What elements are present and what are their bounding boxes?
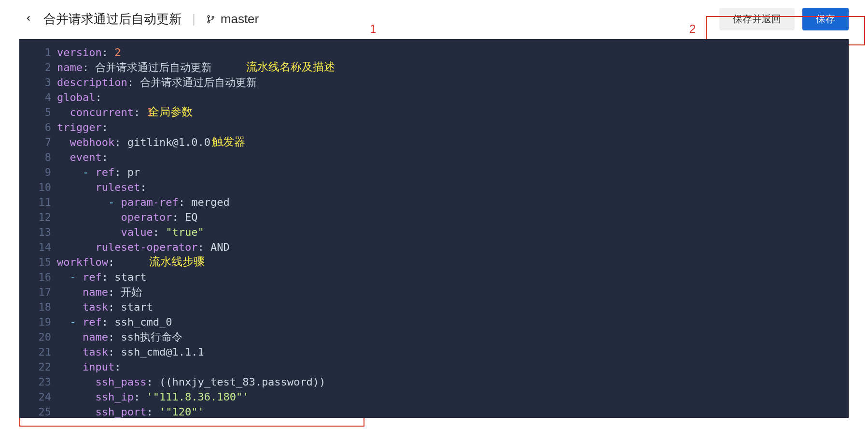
svg-point-0 bbox=[208, 15, 210, 17]
callout-1: 1 bbox=[370, 22, 376, 36]
code-line: 23 ssh_pass: ((hnxjy_test_83.password)) bbox=[19, 374, 849, 389]
annotation-trigger: 触发器 bbox=[212, 134, 245, 149]
branch-name: master bbox=[221, 12, 259, 27]
header-bar: 合并请求通过后自动更新 | master 保存并返回 保存 bbox=[0, 0, 868, 39]
line-number: 19 bbox=[19, 315, 57, 329]
line-number: 11 bbox=[19, 195, 57, 210]
line-number: 1 bbox=[19, 45, 57, 60]
code-line: 16 - ref: start bbox=[19, 270, 849, 285]
line-number: 24 bbox=[19, 389, 57, 404]
code-line: 10 ruleset: bbox=[19, 180, 849, 195]
yaml-editor[interactable]: 流水线名称及描述 全局参数 触发器 流水线步骤 1version: 2 2nam… bbox=[19, 39, 849, 418]
line-number: 6 bbox=[19, 120, 57, 135]
line-number: 21 bbox=[19, 344, 57, 359]
save-and-return-button[interactable]: 保存并返回 bbox=[719, 8, 795, 30]
line-number: 22 bbox=[19, 359, 57, 374]
header-left: 合并请求通过后自动更新 | master bbox=[24, 11, 259, 28]
code-line: 13 value: "true" bbox=[19, 225, 849, 240]
line-number: 14 bbox=[19, 240, 57, 255]
git-branch-icon bbox=[206, 14, 216, 24]
line-number: 16 bbox=[19, 270, 57, 285]
code-line: 21 task: ssh_cmd@1.1.1 bbox=[19, 344, 849, 359]
code-line: 11 - param-ref: merged bbox=[19, 195, 849, 210]
line-number: 3 bbox=[19, 75, 57, 90]
callout-2: 2 bbox=[689, 22, 696, 36]
line-number: 13 bbox=[19, 225, 57, 240]
line-number: 2 bbox=[19, 60, 57, 75]
code-line: 9 - ref: pr bbox=[19, 165, 849, 180]
code-line: 1version: 2 bbox=[19, 45, 849, 60]
line-number: 5 bbox=[19, 105, 57, 120]
line-number: 20 bbox=[19, 329, 57, 344]
line-number: 9 bbox=[19, 165, 57, 180]
line-number: 18 bbox=[19, 300, 57, 315]
line-number: 15 bbox=[19, 255, 57, 270]
code-line: 19 - ref: ssh_cmd_0 bbox=[19, 315, 849, 329]
code-line: 3description: 合并请求通过后自动更新 bbox=[19, 75, 849, 90]
code-line: 4global: bbox=[19, 90, 849, 105]
code-line: 2name: 合并请求通过后自动更新 bbox=[19, 60, 849, 75]
save-button[interactable]: 保存 bbox=[802, 8, 849, 30]
title-divider: | bbox=[192, 12, 196, 27]
line-number: 25 bbox=[19, 404, 57, 418]
annotation-name-desc: 流水线名称及描述 bbox=[246, 59, 335, 74]
back-icon[interactable] bbox=[24, 14, 33, 25]
code-line: 18 task: start bbox=[19, 300, 849, 315]
code-line: 6trigger: bbox=[19, 120, 849, 135]
code-line: 17 name: 开始 bbox=[19, 285, 849, 300]
annotation-global-params: 全局参数 bbox=[148, 104, 193, 119]
code-line: 12 operator: EQ bbox=[19, 210, 849, 225]
branch-indicator[interactable]: master bbox=[206, 12, 259, 27]
code-line: 7 webhook: gitlink@1.0.0 bbox=[19, 135, 849, 150]
code-line: 15workflow: bbox=[19, 255, 849, 270]
svg-point-1 bbox=[208, 21, 210, 23]
line-number: 17 bbox=[19, 285, 57, 300]
code-line: 20 name: ssh执行命令 bbox=[19, 329, 849, 344]
line-number: 12 bbox=[19, 210, 57, 225]
code-line: 25 ssh_port: '"120"' bbox=[19, 404, 849, 418]
line-number: 23 bbox=[19, 374, 57, 389]
page-title: 合并请求通过后自动更新 bbox=[43, 11, 182, 28]
code-line: 22 input: bbox=[19, 359, 849, 374]
line-number: 10 bbox=[19, 180, 57, 195]
line-number: 4 bbox=[19, 90, 57, 105]
code-line: 5 concurrent: 1 bbox=[19, 105, 849, 120]
annotation-workflow-steps: 流水线步骤 bbox=[149, 254, 205, 269]
code-line: 14 ruleset-operator: AND bbox=[19, 240, 849, 255]
svg-point-2 bbox=[212, 16, 214, 18]
code-line: 8 event: bbox=[19, 150, 849, 165]
header-right: 保存并返回 保存 bbox=[719, 8, 849, 30]
line-number: 7 bbox=[19, 135, 57, 150]
code-line: 24 ssh_ip: '"111.8.36.180"' bbox=[19, 389, 849, 404]
line-number: 8 bbox=[19, 150, 57, 165]
